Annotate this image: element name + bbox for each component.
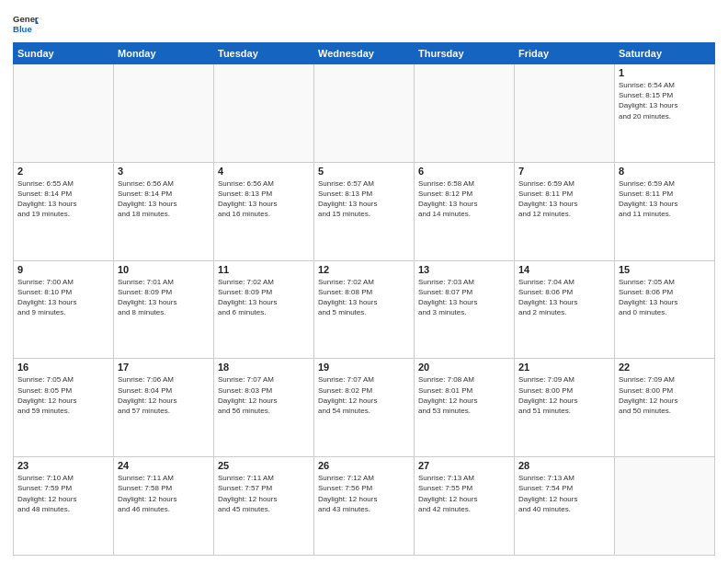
day-info: Sunrise: 6:56 AM Sunset: 8:14 PM Dayligh… (118, 178, 210, 220)
calendar-cell: 3Sunrise: 6:56 AM Sunset: 8:14 PM Daylig… (114, 162, 214, 260)
week-row-1: 1Sunrise: 6:54 AM Sunset: 8:15 PM Daylig… (14, 64, 715, 163)
day-number: 19 (318, 362, 410, 373)
day-number: 11 (218, 264, 310, 275)
day-number: 13 (418, 264, 510, 275)
day-number: 5 (318, 166, 410, 177)
calendar-cell: 9Sunrise: 7:00 AM Sunset: 8:10 PM Daylig… (14, 260, 114, 359)
logo: General Blue (13, 11, 39, 37)
calendar-cell: 14Sunrise: 7:04 AM Sunset: 8:06 PM Dayli… (515, 260, 615, 359)
day-number: 3 (118, 166, 210, 177)
calendar-cell: 16Sunrise: 7:05 AM Sunset: 8:05 PM Dayli… (14, 359, 114, 457)
day-number: 7 (518, 166, 610, 177)
weekday-header-tuesday: Tuesday (214, 43, 314, 64)
day-info: Sunrise: 7:13 AM Sunset: 7:54 PM Dayligh… (518, 473, 610, 514)
page: General Blue SundayMondayTuesdayWednesda… (0, 0, 728, 563)
calendar-cell: 21Sunrise: 7:09 AM Sunset: 8:00 PM Dayli… (515, 359, 615, 457)
day-info: Sunrise: 7:11 AM Sunset: 7:58 PM Dayligh… (118, 473, 210, 514)
day-number: 1 (619, 67, 711, 78)
day-info: Sunrise: 7:05 AM Sunset: 8:05 PM Dayligh… (17, 374, 109, 416)
day-number: 24 (118, 460, 210, 471)
day-number: 17 (118, 362, 210, 373)
calendar-cell: 4Sunrise: 6:56 AM Sunset: 8:13 PM Daylig… (214, 162, 314, 260)
calendar-cell (515, 64, 615, 163)
day-number: 10 (118, 264, 210, 275)
calendar-cell: 20Sunrise: 7:08 AM Sunset: 8:01 PM Dayli… (415, 359, 515, 457)
weekday-header-row: SundayMondayTuesdayWednesdayThursdayFrid… (14, 43, 715, 64)
day-number: 15 (619, 264, 711, 275)
calendar-cell: 11Sunrise: 7:02 AM Sunset: 8:09 PM Dayli… (214, 260, 314, 359)
calendar-cell: 28Sunrise: 7:13 AM Sunset: 7:54 PM Dayli… (515, 457, 615, 556)
calendar-cell: 15Sunrise: 7:05 AM Sunset: 8:06 PM Dayli… (615, 260, 715, 359)
weekday-header-sunday: Sunday (14, 43, 114, 64)
calendar-cell: 12Sunrise: 7:02 AM Sunset: 8:08 PM Dayli… (314, 260, 415, 359)
day-info: Sunrise: 7:00 AM Sunset: 8:10 PM Dayligh… (17, 277, 109, 318)
day-number: 20 (418, 362, 510, 373)
calendar-cell: 22Sunrise: 7:09 AM Sunset: 8:00 PM Dayli… (615, 359, 715, 457)
day-info: Sunrise: 6:55 AM Sunset: 8:14 PM Dayligh… (17, 178, 109, 220)
calendar-cell (14, 64, 114, 163)
day-number: 9 (17, 264, 109, 275)
calendar-cell: 1Sunrise: 6:54 AM Sunset: 8:15 PM Daylig… (615, 64, 715, 163)
weekday-header-friday: Friday (515, 43, 615, 64)
day-info: Sunrise: 7:04 AM Sunset: 8:06 PM Dayligh… (518, 277, 610, 318)
day-number: 26 (318, 460, 410, 471)
day-info: Sunrise: 6:56 AM Sunset: 8:13 PM Dayligh… (218, 178, 310, 220)
week-row-4: 16Sunrise: 7:05 AM Sunset: 8:05 PM Dayli… (14, 359, 715, 457)
calendar-cell (314, 64, 415, 163)
calendar-cell: 26Sunrise: 7:12 AM Sunset: 7:56 PM Dayli… (314, 457, 415, 556)
week-row-3: 9Sunrise: 7:00 AM Sunset: 8:10 PM Daylig… (14, 260, 715, 359)
day-info: Sunrise: 7:10 AM Sunset: 7:59 PM Dayligh… (17, 473, 109, 514)
day-info: Sunrise: 7:02 AM Sunset: 8:08 PM Dayligh… (318, 277, 410, 318)
day-number: 18 (218, 362, 310, 373)
calendar-cell: 2Sunrise: 6:55 AM Sunset: 8:14 PM Daylig… (14, 162, 114, 260)
calendar-cell: 19Sunrise: 7:07 AM Sunset: 8:02 PM Dayli… (314, 359, 415, 457)
day-number: 27 (418, 460, 510, 471)
calendar-cell: 27Sunrise: 7:13 AM Sunset: 7:55 PM Dayli… (415, 457, 515, 556)
calendar-cell (615, 457, 715, 556)
logo-icon: General Blue (13, 11, 39, 37)
calendar-cell: 10Sunrise: 7:01 AM Sunset: 8:09 PM Dayli… (114, 260, 214, 359)
day-number: 22 (619, 362, 711, 373)
svg-text:Blue: Blue (13, 24, 32, 34)
calendar-cell (415, 64, 515, 163)
day-number: 23 (17, 460, 109, 471)
day-number: 6 (418, 166, 510, 177)
day-info: Sunrise: 7:09 AM Sunset: 8:00 PM Dayligh… (619, 374, 711, 416)
day-info: Sunrise: 7:02 AM Sunset: 8:09 PM Dayligh… (218, 277, 310, 318)
weekday-header-thursday: Thursday (415, 43, 515, 64)
day-info: Sunrise: 6:57 AM Sunset: 8:13 PM Dayligh… (318, 178, 410, 220)
day-number: 12 (318, 264, 410, 275)
header: General Blue (13, 11, 715, 37)
day-info: Sunrise: 7:07 AM Sunset: 8:03 PM Dayligh… (218, 374, 310, 416)
day-number: 8 (619, 166, 711, 177)
day-number: 28 (518, 460, 610, 471)
calendar-cell: 8Sunrise: 6:59 AM Sunset: 8:11 PM Daylig… (615, 162, 715, 260)
calendar-cell (214, 64, 314, 163)
day-info: Sunrise: 7:05 AM Sunset: 8:06 PM Dayligh… (619, 277, 711, 318)
day-info: Sunrise: 6:59 AM Sunset: 8:11 PM Dayligh… (619, 178, 711, 220)
calendar-cell: 5Sunrise: 6:57 AM Sunset: 8:13 PM Daylig… (314, 162, 415, 260)
day-info: Sunrise: 6:58 AM Sunset: 8:12 PM Dayligh… (418, 178, 510, 220)
svg-text:General: General (13, 14, 39, 24)
week-row-5: 23Sunrise: 7:10 AM Sunset: 7:59 PM Dayli… (14, 457, 715, 556)
week-row-2: 2Sunrise: 6:55 AM Sunset: 8:14 PM Daylig… (14, 162, 715, 260)
calendar-cell: 23Sunrise: 7:10 AM Sunset: 7:59 PM Dayli… (14, 457, 114, 556)
day-info: Sunrise: 7:12 AM Sunset: 7:56 PM Dayligh… (318, 473, 410, 514)
weekday-header-saturday: Saturday (615, 43, 715, 64)
calendar-cell: 17Sunrise: 7:06 AM Sunset: 8:04 PM Dayli… (114, 359, 214, 457)
day-info: Sunrise: 7:07 AM Sunset: 8:02 PM Dayligh… (318, 374, 410, 416)
day-number: 16 (17, 362, 109, 373)
calendar-cell: 7Sunrise: 6:59 AM Sunset: 8:11 PM Daylig… (515, 162, 615, 260)
day-number: 4 (218, 166, 310, 177)
calendar-cell: 25Sunrise: 7:11 AM Sunset: 7:57 PM Dayli… (214, 457, 314, 556)
day-number: 2 (17, 166, 109, 177)
day-info: Sunrise: 7:11 AM Sunset: 7:57 PM Dayligh… (218, 473, 310, 514)
calendar-cell: 24Sunrise: 7:11 AM Sunset: 7:58 PM Dayli… (114, 457, 214, 556)
calendar-cell: 18Sunrise: 7:07 AM Sunset: 8:03 PM Dayli… (214, 359, 314, 457)
day-info: Sunrise: 7:01 AM Sunset: 8:09 PM Dayligh… (118, 277, 210, 318)
calendar-cell (114, 64, 214, 163)
day-info: Sunrise: 6:59 AM Sunset: 8:11 PM Dayligh… (518, 178, 610, 220)
day-info: Sunrise: 7:03 AM Sunset: 8:07 PM Dayligh… (418, 277, 510, 318)
day-info: Sunrise: 7:09 AM Sunset: 8:00 PM Dayligh… (518, 374, 610, 416)
calendar: SundayMondayTuesdayWednesdayThursdayFrid… (13, 42, 715, 556)
